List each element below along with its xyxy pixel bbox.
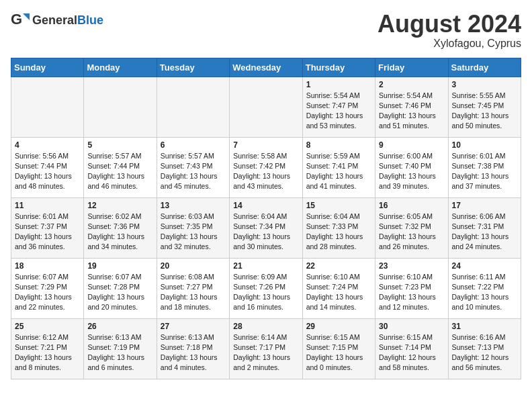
day-number: 25: [15, 322, 80, 331]
calendar-day-cell: 8 Sunrise: 5:59 AMSunset: 7:41 PMDayligh…: [302, 137, 375, 197]
day-info: Sunrise: 6:04 AMSunset: 7:34 PMDaylight:…: [233, 212, 298, 253]
day-number: 15: [306, 201, 371, 210]
page-subtitle: Xylofagou, Cyprus: [378, 38, 521, 50]
day-info: Sunrise: 6:06 AMSunset: 7:31 PMDaylight:…: [452, 212, 517, 253]
day-info: Sunrise: 5:58 AMSunset: 7:42 PMDaylight:…: [233, 151, 298, 192]
calendar-week-row: 4 Sunrise: 5:56 AMSunset: 7:44 PMDayligh…: [11, 137, 521, 197]
day-number: 12: [87, 201, 152, 210]
calendar-day-cell: 2 Sunrise: 5:54 AMSunset: 7:46 PMDayligh…: [375, 77, 448, 137]
day-number: 3: [452, 80, 517, 89]
day-number: 26: [87, 322, 152, 331]
calendar-day-cell: 9 Sunrise: 6:00 AMSunset: 7:40 PMDayligh…: [375, 137, 448, 197]
day-info: Sunrise: 6:15 AMSunset: 7:14 PMDaylight:…: [379, 332, 444, 373]
calendar-day-cell: 10 Sunrise: 6:01 AMSunset: 7:38 PMDaylig…: [448, 137, 521, 197]
weekday-header: Wednesday: [230, 58, 302, 77]
day-number: 10: [452, 140, 517, 150]
weekday-header: Thursday: [302, 58, 375, 77]
day-number: 14: [233, 201, 298, 210]
day-number: 8: [306, 140, 371, 150]
calendar-day-cell: 28 Sunrise: 6:14 AMSunset: 7:17 PMDaylig…: [230, 318, 302, 379]
page-title: August 2024: [378, 11, 521, 38]
day-number: 6: [161, 140, 226, 150]
page-header: G GeneralBlue August 2024 Xylofagou, Cyp…: [11, 11, 521, 50]
calendar-day-cell: [11, 77, 84, 137]
weekday-header: Friday: [375, 58, 448, 77]
day-number: 20: [161, 261, 226, 271]
calendar-day-cell: 20 Sunrise: 6:08 AMSunset: 7:27 PMDaylig…: [157, 258, 229, 318]
day-number: 9: [379, 140, 444, 150]
day-number: 11: [15, 201, 80, 210]
weekday-header: Sunday: [11, 58, 84, 77]
day-info: Sunrise: 6:02 AMSunset: 7:36 PMDaylight:…: [87, 212, 152, 253]
calendar-day-cell: 26 Sunrise: 6:13 AMSunset: 7:19 PMDaylig…: [84, 318, 157, 379]
calendar-week-row: 25 Sunrise: 6:12 AMSunset: 7:21 PMDaylig…: [11, 318, 521, 379]
calendar-week-row: 18 Sunrise: 6:07 AMSunset: 7:29 PMDaylig…: [11, 258, 521, 318]
calendar-day-cell: 27 Sunrise: 6:13 AMSunset: 7:18 PMDaylig…: [157, 318, 229, 379]
calendar-day-cell: [84, 77, 157, 137]
title-block: August 2024 Xylofagou, Cyprus: [378, 11, 521, 50]
calendar-day-cell: 21 Sunrise: 6:09 AMSunset: 7:26 PMDaylig…: [230, 258, 302, 318]
calendar-day-cell: 1 Sunrise: 5:54 AMSunset: 7:47 PMDayligh…: [302, 77, 375, 137]
day-number: 30: [379, 322, 444, 331]
logo-icon: G: [11, 11, 30, 30]
calendar-day-cell: 4 Sunrise: 5:56 AMSunset: 7:44 PMDayligh…: [11, 137, 84, 197]
logo: G GeneralBlue: [11, 11, 103, 30]
day-number: 5: [87, 140, 152, 150]
day-number: 23: [379, 261, 444, 271]
calendar-day-cell: 3 Sunrise: 5:55 AMSunset: 7:45 PMDayligh…: [448, 77, 521, 137]
day-info: Sunrise: 6:05 AMSunset: 7:32 PMDaylight:…: [379, 212, 444, 253]
day-info: Sunrise: 6:07 AMSunset: 7:28 PMDaylight:…: [87, 272, 152, 313]
calendar-day-cell: 17 Sunrise: 6:06 AMSunset: 7:31 PMDaylig…: [448, 197, 521, 258]
svg-text:G: G: [11, 11, 22, 28]
calendar-day-cell: 7 Sunrise: 5:58 AMSunset: 7:42 PMDayligh…: [230, 137, 302, 197]
day-number: 18: [15, 261, 80, 271]
day-info: Sunrise: 6:12 AMSunset: 7:21 PMDaylight:…: [15, 332, 80, 373]
weekday-header: Tuesday: [157, 58, 229, 77]
day-info: Sunrise: 6:09 AMSunset: 7:26 PMDaylight:…: [233, 272, 298, 313]
calendar-day-cell: 18 Sunrise: 6:07 AMSunset: 7:29 PMDaylig…: [11, 258, 84, 318]
day-number: 17: [452, 201, 517, 210]
day-number: 22: [306, 261, 371, 271]
calendar-day-cell: 22 Sunrise: 6:10 AMSunset: 7:24 PMDaylig…: [302, 258, 375, 318]
day-info: Sunrise: 6:15 AMSunset: 7:15 PMDaylight:…: [306, 332, 371, 373]
calendar-week-row: 1 Sunrise: 5:54 AMSunset: 7:47 PMDayligh…: [11, 77, 521, 137]
calendar-day-cell: 11 Sunrise: 6:01 AMSunset: 7:37 PMDaylig…: [11, 197, 84, 258]
calendar-day-cell: 13 Sunrise: 6:03 AMSunset: 7:35 PMDaylig…: [157, 197, 229, 258]
day-number: 13: [161, 201, 226, 210]
day-info: Sunrise: 5:56 AMSunset: 7:44 PMDaylight:…: [15, 151, 80, 192]
day-number: 2: [379, 80, 444, 89]
day-info: Sunrise: 5:59 AMSunset: 7:41 PMDaylight:…: [306, 151, 371, 192]
calendar-day-cell: 29 Sunrise: 6:15 AMSunset: 7:15 PMDaylig…: [302, 318, 375, 379]
weekday-header: Saturday: [448, 58, 521, 77]
day-info: Sunrise: 6:10 AMSunset: 7:23 PMDaylight:…: [379, 272, 444, 313]
day-info: Sunrise: 6:04 AMSunset: 7:33 PMDaylight:…: [306, 212, 371, 253]
day-number: 16: [379, 201, 444, 210]
day-info: Sunrise: 6:08 AMSunset: 7:27 PMDaylight:…: [161, 272, 226, 313]
day-number: 4: [15, 140, 80, 150]
logo-wordmark: GeneralBlue: [32, 13, 103, 28]
day-number: 28: [233, 322, 298, 331]
calendar-day-cell: 16 Sunrise: 6:05 AMSunset: 7:32 PMDaylig…: [375, 197, 448, 258]
day-number: 29: [306, 322, 371, 331]
day-info: Sunrise: 6:14 AMSunset: 7:17 PMDaylight:…: [233, 332, 298, 373]
calendar-day-cell: 19 Sunrise: 6:07 AMSunset: 7:28 PMDaylig…: [84, 258, 157, 318]
calendar-week-row: 11 Sunrise: 6:01 AMSunset: 7:37 PMDaylig…: [11, 197, 521, 258]
calendar-day-cell: 14 Sunrise: 6:04 AMSunset: 7:34 PMDaylig…: [230, 197, 302, 258]
day-number: 24: [452, 261, 517, 271]
calendar-day-cell: 30 Sunrise: 6:15 AMSunset: 7:14 PMDaylig…: [375, 318, 448, 379]
day-info: Sunrise: 6:01 AMSunset: 7:37 PMDaylight:…: [15, 212, 80, 253]
day-info: Sunrise: 5:57 AMSunset: 7:44 PMDaylight:…: [87, 151, 152, 192]
calendar-day-cell: 5 Sunrise: 5:57 AMSunset: 7:44 PMDayligh…: [84, 137, 157, 197]
calendar-day-cell: [230, 77, 302, 137]
calendar-day-cell: 23 Sunrise: 6:10 AMSunset: 7:23 PMDaylig…: [375, 258, 448, 318]
day-info: Sunrise: 6:13 AMSunset: 7:18 PMDaylight:…: [161, 332, 226, 373]
weekday-header-row: SundayMondayTuesdayWednesdayThursdayFrid…: [11, 58, 521, 77]
day-info: Sunrise: 6:11 AMSunset: 7:22 PMDaylight:…: [452, 272, 517, 313]
day-info: Sunrise: 6:00 AMSunset: 7:40 PMDaylight:…: [379, 151, 444, 192]
day-info: Sunrise: 6:16 AMSunset: 7:13 PMDaylight:…: [452, 332, 517, 373]
calendar-day-cell: 6 Sunrise: 5:57 AMSunset: 7:43 PMDayligh…: [157, 137, 229, 197]
day-number: 21: [233, 261, 298, 271]
logo-general: General: [32, 13, 77, 27]
day-info: Sunrise: 5:54 AMSunset: 7:47 PMDaylight:…: [306, 91, 371, 132]
weekday-header: Monday: [84, 58, 157, 77]
